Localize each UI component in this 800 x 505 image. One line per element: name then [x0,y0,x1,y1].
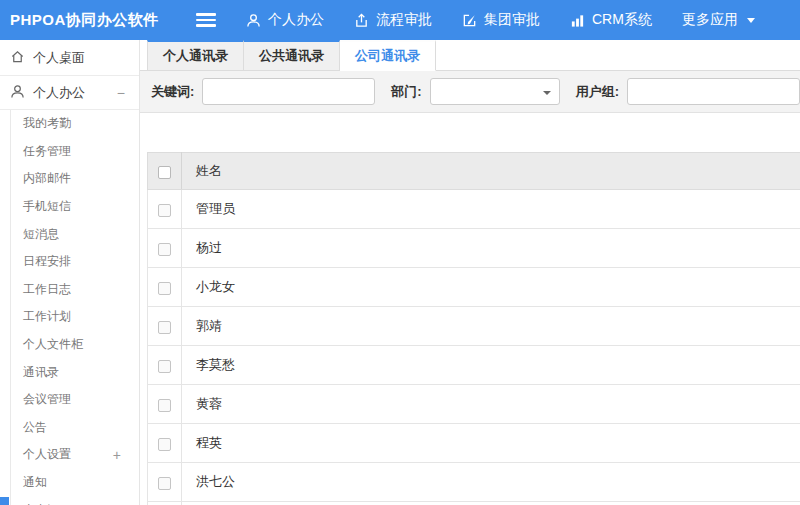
edit-square-icon [462,13,477,28]
department-label: 部门: [391,83,421,101]
user-icon [246,13,261,28]
contact-name: 黄蓉 [182,385,800,424]
row-checkbox[interactable] [158,399,171,412]
nav-label: 更多应用 [682,11,738,29]
sidebar-item-my-attendance[interactable]: 我的考勤 [11,110,139,138]
row-checkbox[interactable] [158,438,171,451]
table-row[interactable]: 管理员 [148,190,800,229]
table-row[interactable]: 李莫愁 [148,346,800,385]
table-row[interactable]: 杨过 [148,229,800,268]
nav-group-approval[interactable]: 集团审批 [462,11,540,29]
table-row[interactable]: 程英 [148,424,800,463]
sidebar-item-notification[interactable]: 通知 [11,469,139,497]
contact-name: 郭靖 [182,307,800,346]
nav-workflow-approval[interactable]: 流程审批 [354,11,432,29]
table-row[interactable]: 黄蓉 [148,385,800,424]
user-group-input[interactable] [627,78,800,105]
sidebar-item-file-cabinet[interactable]: 个人文件柜 [11,331,139,359]
table-header-row: 姓名 [148,153,800,190]
sidebar-item-label: 个人桌面 [33,49,85,67]
filter-bar: 关键词: 部门: 用户组: [140,71,800,113]
row-checkbox[interactable] [158,243,171,256]
sidebar-item-personal-office[interactable]: 个人办公 − [0,76,139,110]
select-caret-icon [543,91,551,95]
sidebar-item-sms[interactable]: 手机短信 [11,193,139,221]
content-gap [140,113,800,152]
department-select[interactable] [430,78,560,105]
sidebar-item-memorabilia[interactable]: 大事记 [11,496,139,505]
user-icon [10,84,25,102]
sidebar-item-personal-settings[interactable]: 个人设置 + [11,441,139,469]
row-checkbox[interactable] [158,282,171,295]
bar-chart-icon [570,13,585,28]
main-content: 个人通讯录 公共通讯录 公司通讯录 关键词: 部门: 用户组: 姓名 [140,40,800,505]
sidebar-item-address-book[interactable]: 通讯录 [11,358,139,386]
contact-name: 洪七公 [182,463,800,502]
nav-label: CRM系统 [592,11,652,29]
nav-personal-office[interactable]: 个人办公 [246,11,324,29]
keyword-label: 关键词: [151,83,194,101]
nav-more-apps[interactable]: 更多应用 [682,11,755,29]
row-checkbox[interactable] [158,204,171,217]
table-row[interactable]: 郭靖 [148,307,800,346]
sidebar-item-work-log[interactable]: 工作日志 [11,276,139,304]
contacts-table-wrap: 姓名 管理员 杨过 小龙女 [147,152,800,505]
approval-flow-icon [354,13,369,28]
nav-label: 流程审批 [376,11,432,29]
hamburger-menu-icon[interactable] [196,13,216,27]
sidebar-item-internal-mail[interactable]: 内部邮件 [11,165,139,193]
sidebar: 个人桌面 个人办公 − 我的考勤 任务管理 内部邮件 手机短信 短消息 日程安排… [0,40,140,505]
app-title: PHPOA协同办公软件 [0,11,150,30]
contact-name: 管理员 [182,190,800,229]
row-checkbox[interactable] [158,477,171,490]
user-group-label: 用户组: [576,83,619,101]
contact-name: 程英 [182,424,800,463]
top-navigation: 个人办公 流程审批 集团审批 CRM系统 [246,11,755,29]
corner-blue-indicator [0,497,9,505]
table-row[interactable]: 小龙女 [148,268,800,307]
sidebar-item-work-plan[interactable]: 工作计划 [11,303,139,331]
row-checkbox[interactable] [158,321,171,334]
expand-plus-icon[interactable]: + [113,447,121,463]
sidebar-submenu: 我的考勤 任务管理 内部邮件 手机短信 短消息 日程安排 工作日志 工作计划 个… [10,110,139,505]
tab-public-contacts[interactable]: 公共通讯录 [244,40,340,70]
tab-personal-contacts[interactable]: 个人通讯录 [147,40,244,70]
sidebar-item-schedule[interactable]: 日程安排 [11,248,139,276]
caret-down-icon [747,18,755,23]
nav-label: 个人办公 [268,11,324,29]
nav-crm-system[interactable]: CRM系统 [570,11,652,29]
table-row[interactable]: 洪七公 [148,463,800,502]
sidebar-item-task-management[interactable]: 任务管理 [11,138,139,166]
contact-name: 小龙女 [182,268,800,307]
tabbar: 个人通讯录 公共通讯录 公司通讯录 [140,40,800,71]
column-header-name: 姓名 [182,153,800,190]
topbar: PHPOA协同办公软件 个人办公 流程审批 [0,0,800,40]
keyword-input[interactable] [202,78,375,105]
table-row-partial[interactable] [148,502,800,505]
tab-company-contacts[interactable]: 公司通讯录 [340,40,436,71]
contacts-table: 姓名 管理员 杨过 小龙女 [147,152,800,505]
home-icon [10,49,25,67]
sidebar-item-short-message[interactable]: 短消息 [11,220,139,248]
sidebar-item-meeting-management[interactable]: 会议管理 [11,386,139,414]
row-checkbox[interactable] [158,360,171,373]
nav-label: 集团审批 [484,11,540,29]
sidebar-item-personal-desktop[interactable]: 个人桌面 [0,40,139,76]
select-all-checkbox[interactable] [158,166,171,179]
collapse-minus-icon[interactable]: − [117,85,125,101]
contact-name: 杨过 [182,229,800,268]
sidebar-item-label: 个人办公 [33,84,85,102]
contact-name [182,502,800,505]
contact-name: 李莫愁 [182,346,800,385]
sidebar-item-announcement[interactable]: 公告 [11,414,139,442]
